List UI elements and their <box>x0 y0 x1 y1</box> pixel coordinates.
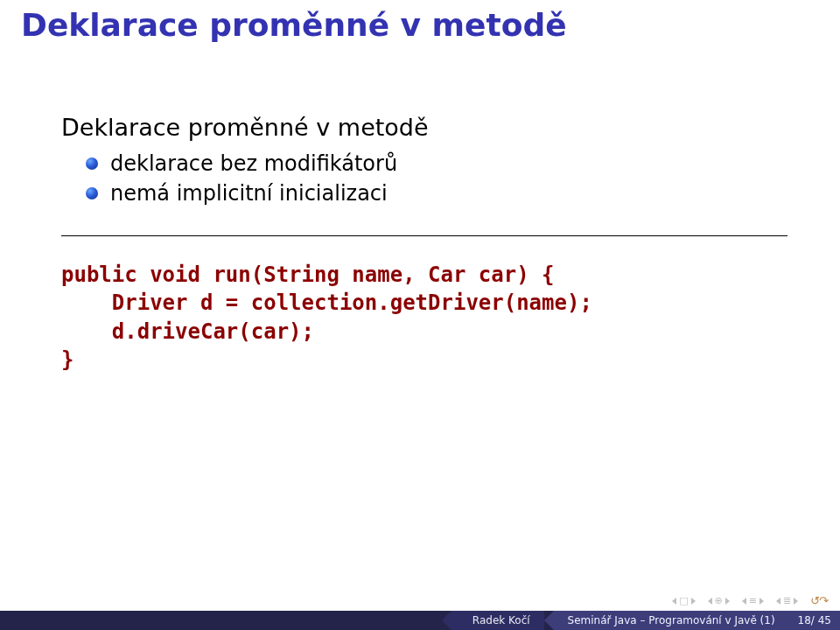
page-title: Deklarace proměnné v metodě <box>21 7 567 43</box>
prev-subsection-icon[interactable] <box>776 598 780 605</box>
bullet-text: deklarace bez modifikátorů <box>110 151 397 176</box>
footer-author: Radek Kočí <box>452 611 544 630</box>
prev-section-icon[interactable] <box>742 598 746 605</box>
subsection-nav-group: ≣ <box>776 595 798 606</box>
frame-nav-group: ⊕ <box>708 595 730 606</box>
prev-frame-icon[interactable] <box>708 598 712 605</box>
subheading: Deklarace proměnné v metodě <box>61 114 788 141</box>
frame-overlay-icon[interactable]: ⊕ <box>713 595 724 606</box>
section-nav-group: ≡ <box>742 595 764 606</box>
next-slide-icon[interactable] <box>691 598 696 605</box>
bullet-icon <box>86 158 98 170</box>
section-lines-icon[interactable]: ≡ <box>747 595 759 606</box>
list-item: nemá implicitní inicializaci <box>86 181 788 206</box>
divider <box>61 235 788 236</box>
next-frame-icon[interactable] <box>725 598 730 605</box>
next-section-icon[interactable] <box>760 598 764 605</box>
nav-icon-row: □ ⊕ ≡ ≣ ↺↷ <box>672 594 828 607</box>
bullet-text: nemá implicitní inicializaci <box>110 181 388 206</box>
bullet-icon <box>86 187 98 200</box>
slide: Deklarace proměnné v metodě Deklarace pr… <box>0 0 840 630</box>
slide-body: Deklarace proměnné v metodě deklarace be… <box>61 114 788 374</box>
footer-bevel <box>442 611 452 630</box>
slide-nav-group: □ <box>672 595 695 606</box>
subsection-lines-icon[interactable]: ≣ <box>781 595 793 606</box>
footer-lecture: Seminář Java – Programování v Javě (1) <box>554 611 789 630</box>
footer-page: 18/ 45 <box>789 611 840 630</box>
footer-bar: Radek Kočí Seminář Java – Programování v… <box>0 611 840 630</box>
list-item: deklarace bez modifikátorů <box>86 151 788 176</box>
footer-bevel <box>544 611 554 630</box>
loop-icon[interactable]: ↺↷ <box>810 594 828 607</box>
code-block: public void run(String name, Car car) { … <box>61 261 788 374</box>
prev-slide-icon[interactable] <box>672 598 676 605</box>
next-subsection-icon[interactable] <box>794 598 798 605</box>
bullet-list: deklarace bez modifikátorů nemá implicit… <box>86 151 788 206</box>
slide-box-icon[interactable]: □ <box>677 595 690 606</box>
